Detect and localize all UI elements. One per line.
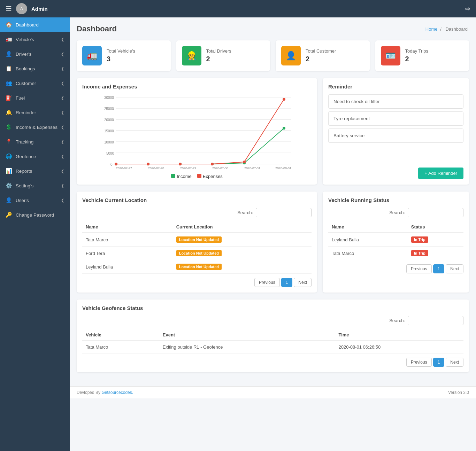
vehicle-running-table: Name Status Leyland Bulla In Trip Tata M… — [328, 221, 463, 260]
breadcrumb: Home / Dashboard — [425, 26, 469, 32]
sidebar-item-label: Dashboard — [16, 22, 39, 28]
col-location: Current Location — [173, 221, 312, 233]
vehicle-geofence-title: Vehicle Geofence Status — [82, 305, 463, 311]
drivers-stat-icon: 👷 — [182, 46, 201, 65]
vehicle-running-search-input[interactable] — [408, 208, 463, 217]
sidebar-item-label: User's — [16, 198, 29, 203]
vehicle-location-search-input[interactable] — [256, 208, 312, 217]
prev-button[interactable]: Previous — [254, 278, 280, 287]
chevron-icon: ❮ — [61, 169, 64, 173]
chevron-icon: ❮ — [61, 110, 64, 115]
drivers-stat-value: 2 — [206, 55, 231, 63]
next-button[interactable]: Next — [446, 358, 463, 367]
breadcrumb-home[interactable]: Home — [425, 26, 438, 32]
sidebar-item-label: Customer — [16, 81, 36, 86]
sidebar-item-customer[interactable]: 👥 Customer ❮ — [0, 76, 70, 91]
svg-text:2020-07-29: 2020-07-29 — [180, 166, 196, 170]
vehicle-running-card: Vechicle Running Status Search: Name Sta… — [323, 192, 469, 293]
tracking-icon: 📍 — [6, 139, 12, 145]
svg-point-29 — [211, 163, 214, 165]
sidebar-item-tracking[interactable]: 📍 Tracking ❮ — [0, 134, 70, 149]
sidebar-item-dashboard[interactable]: 🏠 Dashboard — [0, 17, 70, 32]
page-title: Dashboard — [77, 24, 117, 33]
sidebar-item-income[interactable]: 💲 Income & Expenses ❮ — [0, 120, 70, 134]
chevron-icon: ❮ — [61, 81, 64, 86]
svg-text:2020-07-30: 2020-07-30 — [212, 166, 228, 170]
sidebar-item-label: Reports — [16, 169, 32, 174]
trips-stat-value: 2 — [405, 55, 428, 63]
sidebar-item-reminder[interactable]: 🔔 Reminder ❮ — [0, 105, 70, 120]
chevron-icon: ❮ — [61, 125, 64, 130]
sidebar-item-reports[interactable]: 📊 Reports ❮ — [0, 164, 70, 178]
sidebar-item-drivers[interactable]: 👤 Driver's ❮ — [0, 47, 70, 61]
vehicle-geofence-search-input[interactable] — [408, 316, 463, 325]
page-1-button[interactable]: 1 — [433, 264, 445, 273]
trips-stat-label: Today Trips — [405, 48, 428, 54]
customers-stat-label: Total Customer — [306, 48, 336, 54]
page-header: Dashboard Home / Dashboard — [77, 24, 469, 33]
logout-icon[interactable]: ⇨ — [465, 5, 470, 13]
vehicle-location-1: Location Not Updated — [173, 233, 312, 247]
svg-point-25 — [283, 127, 285, 130]
add-reminder-button[interactable]: + Add Reminder — [418, 168, 463, 179]
location-badge-1: Location Not Updated — [176, 236, 222, 243]
sidebar-item-fuel[interactable]: ⛽ Fuel ❮ — [0, 91, 70, 105]
svg-text:10000: 10000 — [104, 140, 114, 144]
bookings-icon: 📋 — [6, 65, 12, 72]
col-time: Time — [335, 329, 463, 341]
svg-text:15000: 15000 — [104, 129, 114, 133]
footer-link[interactable]: Getsourcecodes. — [101, 390, 133, 395]
expenses-legend-label: Expenses — [203, 174, 223, 179]
driver-icon: 👤 — [6, 51, 12, 57]
password-icon: 🔑 — [6, 212, 12, 218]
geofence-vehicle-1: Tata Marco — [82, 341, 159, 353]
customers-stat-icon: 👤 — [281, 46, 301, 65]
geofence-time-1: 2020-08-01 06:26:50 — [335, 341, 463, 353]
location-badge-3: Location Not Updated — [176, 264, 222, 270]
vehicles-stat-icon: 🚛 — [82, 46, 102, 65]
running-vehicle-name-2: Tata Marco — [328, 247, 408, 260]
svg-point-26 — [115, 163, 117, 165]
table-row: Tata Marco Location Not Updated — [82, 233, 312, 247]
vehicle-geofence-search-row: Search: — [82, 316, 463, 325]
table-row: Tata Marco Exiting outside R1 - Geofence… — [82, 341, 463, 353]
prev-button[interactable]: Previous — [406, 264, 432, 273]
vehicle-geofence-pagination: Previous 1 Next — [82, 358, 463, 367]
sidebar-item-users[interactable]: 👤 User's ❮ — [0, 193, 70, 208]
reminder-icon: 🔔 — [6, 109, 12, 116]
chevron-icon: ❮ — [61, 52, 64, 56]
geofence-icon: 🌐 — [6, 153, 12, 160]
next-button[interactable]: Next — [294, 278, 312, 287]
vehicle-geofence-card: Vehicle Geofence Status Search: Vehicle … — [77, 300, 469, 372]
hamburger-icon[interactable]: ☰ — [6, 5, 12, 13]
sidebar-item-vehicles[interactable]: 🚛 Vehicle's ❮ — [0, 32, 70, 47]
prev-button[interactable]: Previous — [406, 358, 432, 367]
income-legend-dot — [171, 174, 175, 178]
sidebar-item-settings[interactable]: ⚙️ Setting's ❮ — [0, 178, 70, 193]
stat-card-drivers: 👷 Total Drivers 2 — [176, 40, 270, 71]
chevron-icon: ❮ — [61, 154, 64, 159]
sidebar-item-label: Reminder — [16, 110, 36, 115]
page-1-button[interactable]: 1 — [281, 278, 293, 287]
sidebar-item-label: Income & Expenses — [16, 125, 57, 130]
sidebar: 🏠 Dashboard 🚛 Vehicle's ❮ 👤 Driver's ❮ 📋… — [0, 17, 70, 451]
vehicle-location-title: Vechicle Current Location — [82, 197, 312, 203]
reminder-item-3: Battery service — [328, 129, 463, 143]
svg-point-28 — [179, 163, 182, 165]
sidebar-item-change-password[interactable]: 🔑 Change Password — [0, 208, 70, 222]
drivers-stat-label: Total Drivers — [206, 48, 231, 54]
svg-point-30 — [243, 161, 246, 163]
running-vehicle-status-1: In Trip — [408, 233, 463, 247]
svg-text:25000: 25000 — [104, 107, 114, 111]
vehicle-running-title: Vechicle Running Status — [328, 197, 463, 203]
sidebar-item-geofence[interactable]: 🌐 Geofence ❮ — [0, 149, 70, 164]
page-1-button[interactable]: 1 — [433, 358, 445, 367]
vehicle-running-search-row: Search: — [328, 208, 463, 217]
income-icon: 💲 — [6, 124, 12, 130]
next-button[interactable]: Next — [446, 264, 463, 273]
vehicle-location-pagination: Previous 1 Next — [82, 278, 312, 287]
sidebar-item-label: Tracking — [16, 139, 33, 145]
sidebar-item-bookings[interactable]: 📋 Bookings ❮ — [0, 61, 70, 76]
customer-icon: 👥 — [6, 80, 12, 86]
svg-text:5000: 5000 — [106, 151, 114, 155]
